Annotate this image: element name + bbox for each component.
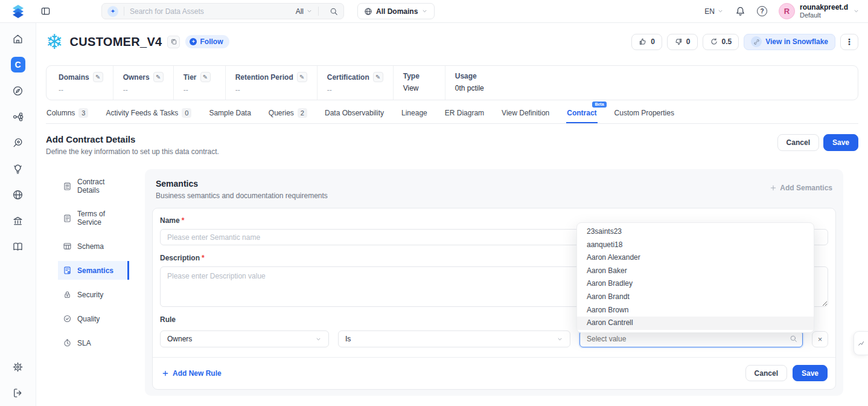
rail-logout-icon[interactable] [11,385,25,400]
dropdown-option[interactable]: aanqueti18 [577,239,814,252]
view-in-snowflake-button[interactable]: View in Snowflake [744,34,835,50]
edit-pencil-icon[interactable]: ✎ [373,72,383,82]
dropdown-option[interactable]: Aaron Alexander [577,251,814,265]
tab-count-badge: 0 [182,108,191,118]
dropdown-option[interactable]: Aaron Brandt [577,291,814,304]
meta-field-label: Usage [455,72,477,80]
cancel-button[interactable]: Cancel [777,134,819,151]
rule-value-input[interactable] [579,330,803,347]
rail-governance-bank-icon[interactable] [11,213,25,228]
nav-item-schema[interactable]: Schema [58,237,129,256]
rail-ideas-bulb-icon[interactable] [11,161,25,176]
dropdown-option-highlighted[interactable]: Aaron Cantrell [577,317,814,330]
tab-label: Contract [567,109,596,117]
view-in-snowflake-label: View in Snowflake [765,37,828,46]
tab-lineage[interactable]: Lineage [401,105,428,123]
rail-lineage-network-icon[interactable] [11,109,25,124]
rail-settings-gear-icon[interactable] [11,359,25,374]
tab-custom-properties[interactable]: Custom Properties [614,105,675,123]
meta-field-label: Domains [59,73,89,82]
rail-glossary-book-icon[interactable] [11,239,25,254]
nav-item-quality[interactable]: Quality [58,309,129,328]
edit-pencil-icon[interactable]: ✎ [297,72,307,82]
upvote-button[interactable]: 0 [631,34,662,50]
rail-domains-globe-icon[interactable] [11,187,25,202]
search-input[interactable] [130,7,296,16]
tab-sample-data[interactable]: Sample Data [208,105,251,123]
meta-field-certification: Certification✎ -- [318,66,394,100]
help-icon[interactable]: ? [757,6,767,16]
tab-columns[interactable]: Columns3 [46,105,89,123]
nav-item-contract-details[interactable]: Contract Details [58,173,129,199]
more-actions-kebab-icon[interactable]: ⋮ [840,34,858,50]
add-new-rule-button[interactable]: Add New Rule [162,369,222,378]
required-mark: * [202,254,205,262]
rail-insights-search-icon[interactable] [11,135,25,150]
meta-field-retention-period: Retention Period✎ -- [226,66,318,100]
tab-er-diagram[interactable]: ER Diagram [444,105,485,123]
meta-field-value: -- [123,86,164,94]
snowflake-logo-icon: ❄ [46,31,63,53]
asset-header: ❄ CUSTOMER_V4 + Follow 0 0 0.5 [36,23,868,60]
meta-field-tier: Tier✎ -- [174,66,226,100]
nav-item-label: Contract Details [77,178,124,195]
dropdown-option[interactable]: 23saints23 [577,225,814,239]
all-domains-dropdown[interactable]: All Domains [357,3,435,19]
nav-item-terms-of-service[interactable]: Terms of Service [58,205,129,231]
sidebar-toggle-icon[interactable] [40,6,51,17]
semantics-save-button[interactable]: Save [793,365,828,381]
edit-pencil-icon[interactable]: ✎ [200,72,211,82]
atlan-logo-icon[interactable] [10,3,27,20]
tab-contract[interactable]: ContractBeta [566,105,597,123]
upvote-count: 0 [651,37,655,46]
global-search[interactable]: ✦ All [101,3,344,19]
rule-operator-select[interactable]: Is [338,330,570,347]
metadata-summary-card: Domains✎ -- Owners✎ -- Tier✎ -- Retentio… [46,65,858,100]
follow-button[interactable]: + Follow [185,35,229,48]
nav-item-semantics[interactable]: Semantics [58,261,129,280]
rail-catalog-app-icon[interactable]: C [11,57,25,72]
tab-label: View Definition [502,109,549,117]
nav-item-security[interactable]: Security [58,285,129,304]
edit-pencil-icon[interactable]: ✎ [153,72,164,82]
walkthrough-edge-handle[interactable] [854,331,868,355]
meta-field-label: Retention Period [235,73,293,82]
dropdown-option[interactable]: Aaron Baker [577,265,814,278]
edit-pencil-icon[interactable]: ✎ [93,72,103,82]
copy-icon [170,38,177,45]
popularity-button[interactable]: 0.5 [703,34,739,50]
chevron-down-icon [557,336,563,343]
tab-view-definition[interactable]: View Definition [501,105,550,123]
search-scope-dropdown[interactable]: All [296,7,313,16]
tab-queries[interactable]: Queries2 [268,105,308,123]
dropdown-option[interactable]: Aaron Brown [577,304,814,317]
downvote-button[interactable]: 0 [667,34,698,50]
tab-label: Activity Feeds & Tasks [106,109,178,117]
user-menu[interactable]: R rounakpreet.d Default [779,3,860,19]
search-icon[interactable] [330,7,338,16]
tab-data-observability[interactable]: Data Observability [324,105,385,123]
app-window: ✦ All All Domains EN ? R [0,0,868,406]
schema-table-icon [63,242,72,251]
user-name: rounakpreet.d [800,4,848,11]
plus-icon [770,184,777,192]
remove-rule-button[interactable]: × [812,331,828,347]
rule-field-select[interactable]: Owners [160,330,329,347]
dropdown-option[interactable]: Aaron Bradley [577,277,814,291]
nav-item-label: Schema [77,242,104,251]
nav-item-label: Security [77,291,103,299]
lock-icon [63,290,72,299]
rule-row: Owners Is × [160,330,828,347]
tab-count-badge: 3 [78,108,88,118]
semantics-cancel-button[interactable]: Cancel [745,365,787,381]
tab-activity-feeds-tasks[interactable]: Activity Feeds & Tasks0 [105,105,192,123]
notifications-bell-icon[interactable] [735,6,745,16]
copy-name-button[interactable] [167,36,180,48]
rail-home-icon[interactable] [11,31,25,46]
language-dropdown[interactable]: EN [704,7,724,16]
save-button[interactable]: Save [823,134,858,151]
contract-form-header: Add Contract Details Define the key info… [36,124,868,160]
nav-item-sla[interactable]: SLA [58,334,129,352]
rail-discover-compass-icon[interactable] [11,83,25,98]
add-semantics-button[interactable]: Add Semantics [770,184,832,192]
